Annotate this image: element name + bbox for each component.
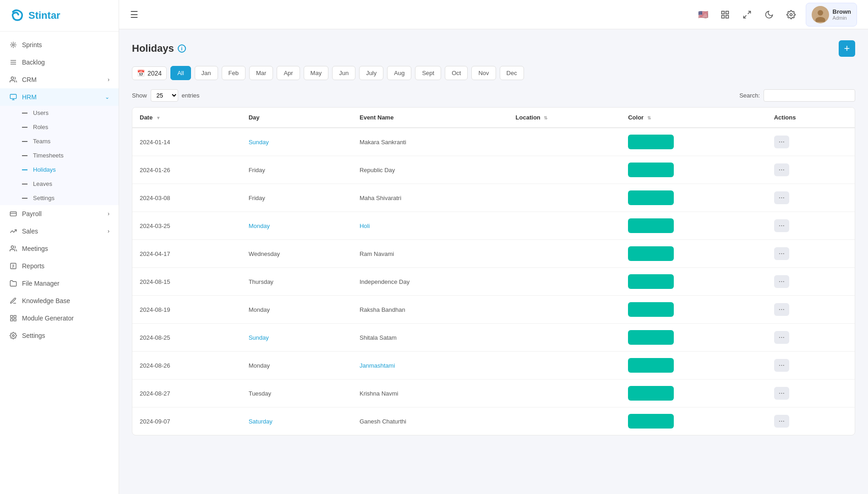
col-location[interactable]: Location ⇅	[508, 108, 621, 128]
month-btn-apr[interactable]: Apr	[277, 66, 300, 80]
sidebar-item-teams[interactable]: Teams	[22, 134, 119, 148]
actions-button[interactable]: ···	[774, 303, 789, 316]
gear-icon[interactable]	[784, 7, 798, 22]
cell-color	[621, 156, 767, 184]
cell-date: 2024-09-07	[132, 407, 241, 435]
hrm-submenu: Users Roles Teams Timesheets Holidays Le…	[0, 106, 119, 205]
meetings-icon	[9, 244, 17, 253]
svg-rect-23	[726, 15, 728, 18]
month-btn-july[interactable]: July	[359, 66, 383, 80]
sidebar-item-holidays[interactable]: Holidays	[22, 163, 119, 177]
month-btn-sept[interactable]: Sept	[415, 66, 441, 80]
payroll-chevron: ›	[108, 211, 109, 217]
cell-actions: ···	[767, 407, 855, 435]
sidebar-item-backlog[interactable]: Backlog	[0, 54, 119, 71]
page-header: Holidays i +	[132, 40, 855, 57]
month-btn-jan[interactable]: Jan	[195, 66, 218, 80]
sidebar-item-knowledge-base[interactable]: Knowledge Base	[0, 292, 119, 309]
search-input[interactable]	[764, 89, 855, 102]
month-btn-all[interactable]: All	[170, 66, 191, 80]
search-label: Search:	[739, 92, 760, 99]
cell-location	[508, 156, 621, 184]
page-title: Holidays	[132, 43, 174, 54]
cell-date: 2024-08-15	[132, 268, 241, 296]
cell-day: Sunday	[241, 324, 352, 352]
month-btn-feb[interactable]: Feb	[222, 66, 246, 80]
sidebar-item-sales-label: Sales	[22, 228, 38, 235]
sidebar-item-crm[interactable]: CRM ›	[0, 71, 119, 88]
actions-button[interactable]: ···	[774, 275, 789, 288]
actions-button[interactable]: ···	[774, 331, 789, 344]
cell-day: Friday	[241, 184, 352, 212]
add-holiday-button[interactable]: +	[839, 40, 855, 57]
month-btn-jun[interactable]: Jun	[332, 66, 355, 80]
sidebar-item-hrm[interactable]: HRM ⌄	[0, 88, 119, 106]
topbar-right: 🇺🇸 Brown Admin	[696, 3, 857, 27]
month-btn-aug[interactable]: Aug	[387, 66, 411, 80]
sidebar-item-file-manager[interactable]: File Manager	[0, 275, 119, 292]
cell-event-name: Ganesh Chaturthi	[352, 407, 508, 435]
entries-select[interactable]: 25 10 50 100	[151, 89, 178, 102]
user-profile[interactable]: Brown Admin	[806, 3, 857, 27]
leaves-label: Leaves	[33, 180, 52, 187]
month-btn-dec[interactable]: Dec	[500, 66, 524, 80]
sidebar-item-payroll[interactable]: Payroll ›	[0, 205, 119, 223]
svg-rect-22	[721, 15, 724, 18]
cell-event-name: Maha Shivaratri	[352, 184, 508, 212]
actions-button[interactable]: ···	[774, 136, 789, 148]
color-badge	[628, 330, 674, 345]
actions-button[interactable]: ···	[774, 387, 789, 400]
fullscreen-icon[interactable]	[740, 7, 754, 22]
table-row: 2024-08-19 Monday Raksha Bandhan ···	[132, 296, 855, 324]
month-btn-nov[interactable]: Nov	[471, 66, 496, 80]
dark-mode-icon[interactable]	[762, 7, 776, 22]
grid-icon[interactable]	[718, 7, 732, 22]
sidebar-item-timesheets[interactable]: Timesheets	[22, 148, 119, 163]
sidebar-item-roles[interactable]: Roles	[22, 120, 119, 134]
sidebar-item-users[interactable]: Users	[22, 106, 119, 120]
col-color[interactable]: Color ⇅	[621, 108, 767, 128]
sidebar: Stintar Sprints Backlog CRM ›	[0, 0, 119, 494]
sidebar-item-reports[interactable]: Reports	[0, 257, 119, 275]
table-header: Date ▼ Day Event Name Location ⇅ Color ⇅…	[132, 108, 855, 128]
actions-button[interactable]: ···	[774, 415, 789, 428]
col-date[interactable]: Date ▼	[132, 108, 241, 128]
actions-button[interactable]: ···	[774, 359, 789, 372]
sidebar-item-module-generator[interactable]: Module Generator	[0, 309, 119, 327]
cell-date: 2024-08-25	[132, 324, 241, 352]
actions-button[interactable]: ···	[774, 247, 789, 260]
cell-date: 2024-08-26	[132, 352, 241, 380]
info-icon[interactable]: i	[178, 44, 186, 53]
month-btn-may[interactable]: May	[304, 66, 329, 80]
actions-button[interactable]: ···	[774, 163, 789, 176]
sidebar-item-hrm-settings[interactable]: Settings	[22, 191, 119, 205]
month-btn-mar[interactable]: Mar	[249, 66, 273, 80]
date-picker[interactable]: 📅 2024	[132, 66, 167, 80]
show-label: Show	[132, 92, 147, 99]
cell-color	[621, 324, 767, 352]
sidebar-item-leaves[interactable]: Leaves	[22, 177, 119, 191]
cell-day: Friday	[241, 156, 352, 184]
sidebar-item-sales[interactable]: Sales ›	[0, 223, 119, 240]
cell-location	[508, 324, 621, 352]
color-badge	[628, 414, 674, 429]
color-badge	[628, 358, 674, 373]
avatar	[812, 6, 829, 23]
actions-button[interactable]: ···	[774, 191, 789, 204]
year-value: 2024	[147, 70, 162, 77]
calendar-icon: 📅	[137, 70, 145, 77]
flag-icon[interactable]: 🇺🇸	[696, 7, 710, 22]
actions-button[interactable]: ···	[774, 219, 789, 232]
hamburger-button[interactable]: ☰	[130, 9, 138, 20]
cell-actions: ···	[767, 240, 855, 268]
cell-actions: ···	[767, 380, 855, 407]
sidebar-item-sprints[interactable]: Sprints	[0, 36, 119, 54]
sidebar-item-meetings[interactable]: Meetings	[0, 240, 119, 257]
color-badge	[628, 190, 674, 205]
cell-actions: ···	[767, 268, 855, 296]
roles-label: Roles	[33, 124, 48, 130]
cell-color	[621, 212, 767, 240]
sidebar-item-settings[interactable]: Settings	[0, 327, 119, 344]
cell-color	[621, 352, 767, 380]
month-btn-oct[interactable]: Oct	[445, 66, 468, 80]
